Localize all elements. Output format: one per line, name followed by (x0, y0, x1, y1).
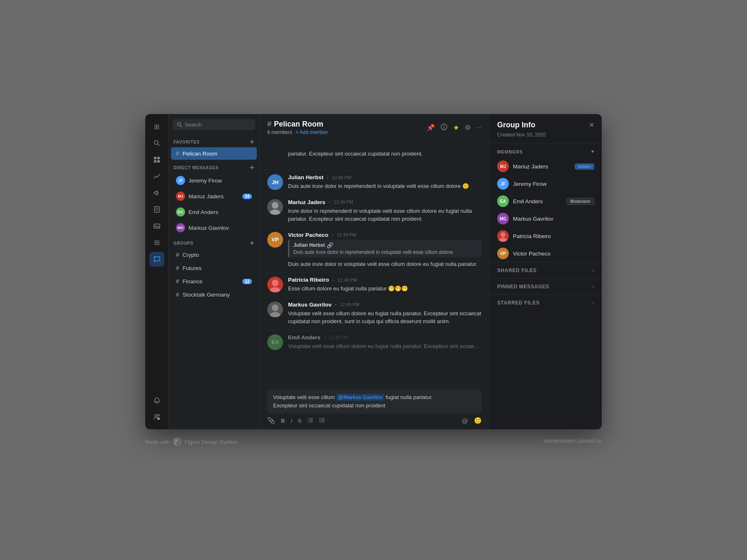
attach-icon[interactable]: 📎 (267, 417, 275, 424)
search-box[interactable]: Search (173, 119, 255, 130)
search-icon[interactable] (149, 136, 164, 151)
starred-files-section[interactable]: STARRED FILES › (490, 295, 602, 311)
sidebar-item-mariuz-jaders[interactable]: MJ Mariuz Jaders 34 (171, 189, 257, 204)
dashboard-icon[interactable] (149, 152, 164, 167)
msg-content: Markus Gavrilov • 12:49 PM Voluptate vel… (288, 302, 482, 326)
svg-point-42 (500, 232, 505, 237)
member-name: Markus Gavrilov (513, 216, 594, 222)
sidebar-item-label: Jeremy Firow (188, 178, 222, 184)
info-icon[interactable] (441, 124, 447, 132)
svg-rect-3 (157, 157, 160, 159)
list-item: VP Victor Pacheco (490, 245, 602, 262)
list-item: MJ Mariuz Jaders Admin (490, 158, 602, 175)
more-icon[interactable]: ··· (476, 124, 482, 131)
reply-author: Julian Herbst 🔗 (293, 242, 478, 248)
groups-header: GROUPS + (168, 236, 259, 248)
svg-line-1 (158, 144, 159, 146)
sidebar-item-stocktalk-germany[interactable]: # Stocktalk Germany (171, 288, 257, 301)
svg-point-29 (270, 312, 281, 317)
add-dm-button[interactable]: + (250, 164, 254, 171)
strikethrough-icon[interactable]: S (298, 418, 302, 424)
msg-text: Duis aute irure dolor in voluptate velit… (288, 260, 482, 268)
collapse-members-icon[interactable]: ▾ (591, 149, 594, 154)
svg-point-11 (155, 225, 156, 226)
emoji-icon[interactable]: 🙂 (474, 417, 482, 424)
composer-text-2: fugiat nulla pariatur. (384, 394, 433, 400)
chat-header-left: # Pelican Room 6 members + Add member (267, 120, 422, 135)
hash-icon: # (176, 291, 179, 298)
dm-label: DIRECT MESSAGES (173, 166, 219, 170)
msg-time: 12:49 PM (340, 302, 359, 307)
add-favorite-button[interactable]: + (250, 139, 254, 145)
mention-icon[interactable]: @ (462, 417, 468, 424)
avatar-markus: MG (176, 223, 185, 232)
ordered-list-icon[interactable]: 123 (308, 417, 313, 424)
avatar: JH (267, 174, 283, 190)
lines-icon[interactable] (149, 235, 164, 250)
table-row: Markus Gavrilov • 12:49 PM Voluptate vel… (260, 297, 489, 330)
svg-point-43 (499, 238, 507, 242)
mention-tag: @Markus Gavrilov (336, 394, 384, 401)
msg-dot: • (329, 200, 330, 205)
svg-point-25 (270, 209, 281, 215)
users-icon[interactable]: ● (149, 409, 164, 424)
msg-header: Victor Pacheco • 12:49 PM (288, 232, 482, 238)
italic-icon[interactable]: I (290, 418, 292, 424)
sidebar-item-pelican-room[interactable]: # Pelican Room (171, 147, 257, 160)
book-icon[interactable] (149, 202, 164, 217)
hash-icon: # (176, 251, 179, 258)
msg-header: Julian Herbst • 12:49 PM (288, 174, 482, 180)
shared-files-section[interactable]: SHARED FILES › (490, 262, 602, 278)
sidebar-item-crypto[interactable]: # Crypto (171, 248, 257, 261)
table-row: VP Victor Pacheco • 12:49 PM Julian Herb… (260, 228, 489, 273)
msg-content: Victor Pacheco • 12:49 PM Julian Herbst … (288, 232, 482, 268)
settings-icon[interactable]: ⚙ (465, 124, 471, 131)
msg-dot: • (332, 232, 333, 237)
image-icon[interactable] (149, 219, 164, 234)
pin-icon[interactable]: 📌 (427, 124, 435, 131)
chevron-right-icon: › (592, 268, 594, 273)
chart-icon[interactable] (149, 169, 164, 184)
grid-icon[interactable]: ⊞ (149, 119, 164, 134)
unordered-list-icon[interactable] (319, 417, 325, 424)
sidebar-item-emil-anders[interactable]: EA Emil Anders (171, 205, 257, 219)
composer-input[interactable]: Voluptate velit esse cillum @Markus Gavr… (267, 389, 482, 414)
svg-point-40 (319, 419, 320, 420)
svg-rect-4 (154, 160, 156, 163)
sidebar-item-jeremy-firow[interactable]: JF Jeremy Firow (171, 173, 257, 188)
star-icon[interactable]: ★ (453, 124, 459, 131)
search-placeholder: Search (185, 122, 202, 128)
footer-made-with: Made with (145, 439, 170, 445)
msg-time: 12:49 PM (334, 200, 353, 205)
bold-icon[interactable]: B (281, 418, 285, 424)
msg-time: 12:49 PM (337, 278, 357, 282)
bell-icon[interactable] (149, 393, 164, 408)
avatar (267, 199, 283, 215)
favorites-label: FAVORITES (173, 140, 200, 144)
msg-author: Victor Pacheco (288, 232, 328, 238)
add-group-button[interactable]: + (250, 240, 254, 246)
pinned-messages-section[interactable]: PINNED MESSAGES › (490, 278, 602, 295)
add-member-button[interactable]: + Add member (295, 129, 328, 135)
avatar-emil-anders: EA (497, 195, 509, 207)
avatar-mariuz-jaders: MJ (497, 161, 509, 172)
role-badge-admin: Admin (575, 163, 594, 170)
group-info-created: Created Nov 10, 2020 (490, 132, 602, 144)
avatar: VP (267, 232, 283, 248)
chat-icon[interactable] (149, 252, 164, 267)
sidebar-item-markus-gavrilov[interactable]: MG Markus Gavrilov (171, 220, 257, 235)
close-group-info-button[interactable]: ✕ (589, 121, 594, 129)
msg-text: pariatur. Excepteur sint occaecat cupida… (288, 150, 482, 158)
svg-text:●: ● (158, 418, 159, 420)
avatar (267, 302, 283, 317)
hash-icon: # (176, 150, 179, 157)
msg-time: 12:49 PM (337, 232, 356, 237)
table-row: Patricia Ribeiro • 12:49 PM Esse cillum … (260, 273, 489, 297)
msg-content: Patricia Ribeiro • 12:49 PM Esse cillum … (288, 277, 482, 293)
megaphone-icon[interactable] (149, 185, 164, 200)
avatar-jeremy: JF (176, 176, 185, 185)
sidebar-item-futures[interactable]: # Futures (171, 262, 257, 274)
sidebar-item-finance[interactable]: # Finance 12 (171, 275, 257, 287)
svg-line-20 (181, 126, 182, 127)
chat-header-icons: 📌 ★ ⚙ ··· (427, 124, 482, 132)
